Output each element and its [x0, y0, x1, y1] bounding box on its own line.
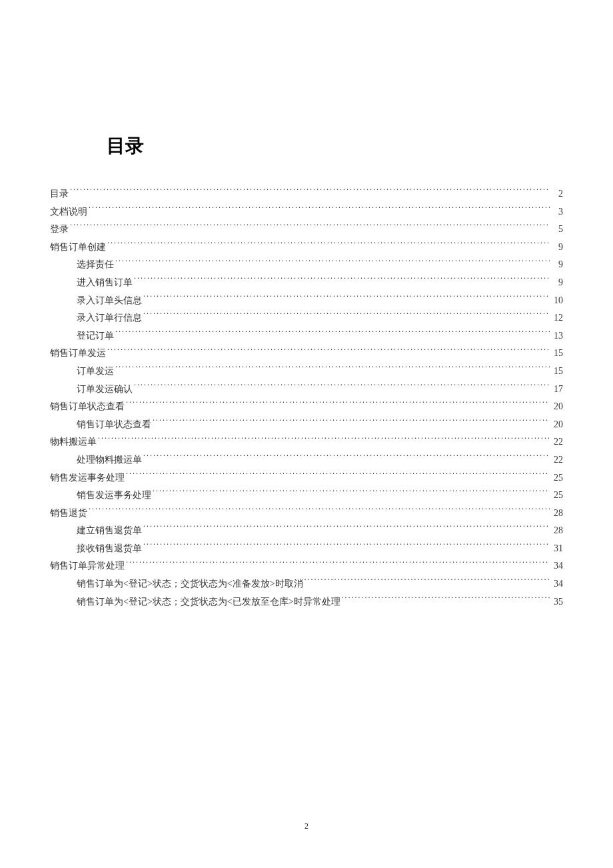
toc-entry[interactable]: 进入销售订单9	[50, 274, 563, 292]
toc-leader	[134, 276, 550, 285]
toc-leader	[342, 595, 550, 605]
toc-entry-label: 登记订单	[77, 327, 114, 345]
toc-entry-label: 录入订单行信息	[77, 309, 142, 327]
toc-leader	[107, 241, 550, 250]
toc-entry[interactable]: 录入订单头信息10	[50, 292, 563, 310]
toc-entry-label: 销售发运事务处理	[77, 487, 151, 505]
toc-entry-label: 销售订单为<登记>状态；交货状态为<已发放至仓库>时异常处理	[77, 593, 340, 611]
toc-leader	[89, 205, 550, 215]
toc-entry[interactable]: 目录2	[50, 185, 563, 203]
toc-leader	[143, 294, 550, 303]
toc-entry-label: 选择责任	[77, 256, 114, 274]
toc-entry-page: 35	[551, 593, 563, 611]
toc-entry-page: 9	[551, 256, 563, 274]
toc-leader	[70, 223, 550, 232]
toc-entry[interactable]: 销售订单创建9	[50, 239, 563, 257]
toc-entry-label: 订单发运	[77, 363, 114, 381]
toc-entry[interactable]: 登录5	[50, 221, 563, 239]
toc-title: 目录	[107, 133, 563, 159]
toc-entry-page: 17	[551, 381, 563, 399]
toc-entry[interactable]: 销售订单发运15	[50, 345, 563, 363]
toc-entry-page: 22	[551, 433, 563, 451]
toc-leader	[115, 329, 550, 339]
toc-entry-page: 28	[551, 522, 563, 540]
toc-entry-label: 销售订单创建	[50, 239, 106, 257]
toc-entry-label: 物料搬运单	[50, 433, 97, 451]
toc-entry-label: 销售发运事务处理	[50, 469, 125, 487]
toc-entry-label: 销售订单异常处理	[50, 557, 125, 575]
toc-leader	[89, 507, 550, 516]
toc-entry[interactable]: 接收销售退货单31	[50, 540, 563, 558]
toc-entry-label: 建立销售退货单	[77, 522, 142, 540]
toc-leader	[143, 453, 550, 463]
toc-entry-page: 9	[551, 274, 563, 292]
toc-leader	[126, 400, 550, 409]
toc-entry-label: 进入销售订单	[77, 274, 133, 292]
toc-entry[interactable]: 文档说明3	[50, 203, 563, 221]
toc-leader	[115, 258, 550, 267]
toc-entry-page: 28	[551, 505, 563, 523]
toc-entry-page: 12	[551, 309, 563, 327]
toc-entry[interactable]: 销售订单异常处理34	[50, 557, 563, 575]
toc-entry-page: 20	[551, 398, 563, 416]
toc-entry-label: 销售订单状态查看	[77, 416, 151, 434]
toc-entry-page: 5	[551, 221, 563, 239]
toc-leader	[305, 577, 550, 587]
toc-entry-label: 录入订单头信息	[77, 292, 142, 310]
toc-leader	[70, 187, 550, 197]
toc-entry[interactable]: 销售订单状态查看20	[50, 416, 563, 434]
toc-leader	[143, 311, 550, 321]
toc-leader	[143, 542, 550, 551]
toc-entry[interactable]: 销售退货28	[50, 505, 563, 523]
toc-leader	[134, 383, 550, 392]
toc-entry-page: 2	[551, 185, 563, 203]
toc-leader	[126, 559, 550, 569]
toc-entry-label: 销售订单状态查看	[50, 398, 125, 416]
toc-entry[interactable]: 物料搬运单22	[50, 433, 563, 451]
toc-entry[interactable]: 处理物料搬运单22	[50, 451, 563, 469]
toc-entry-label: 登录	[50, 221, 69, 239]
toc-leader	[115, 365, 550, 374]
toc-entry-page: 3	[551, 203, 563, 221]
toc-entry[interactable]: 订单发运15	[50, 363, 563, 381]
toc-entry-label: 处理物料搬运单	[77, 451, 142, 469]
toc-entry-page: 15	[551, 363, 563, 381]
toc-leader	[98, 435, 550, 445]
toc-entry[interactable]: 登记订单13	[50, 327, 563, 345]
toc-entry[interactable]: 销售订单为<登记>状态；交货状态为<已发放至仓库>时异常处理35	[50, 593, 563, 611]
toc-entry-page: 34	[551, 557, 563, 575]
toc-entry-label: 销售订单发运	[50, 345, 106, 363]
toc-entry[interactable]: 销售发运事务处理25	[50, 469, 563, 487]
toc-leader	[143, 524, 550, 533]
toc-entry-label: 销售订单为<登记>状态；交货状态为<准备发放>时取消	[77, 575, 303, 593]
toc-entry[interactable]: 选择责任9	[50, 256, 563, 274]
toc-entry[interactable]: 销售订单为<登记>状态；交货状态为<准备发放>时取消34	[50, 575, 563, 593]
toc-entry-page: 15	[551, 345, 563, 363]
toc-leader	[107, 347, 550, 356]
toc-entry-label: 目录	[50, 185, 69, 203]
toc-entry-page: 25	[551, 469, 563, 487]
toc-entry-label: 销售退货	[50, 505, 87, 523]
toc-leader	[153, 418, 550, 427]
toc-entry-label: 接收销售退货单	[77, 540, 142, 558]
toc-entry-page: 22	[551, 451, 563, 469]
toc-leader	[153, 489, 550, 498]
toc-entry-page: 25	[551, 487, 563, 505]
toc-entry-page: 20	[551, 416, 563, 434]
toc-entry-page: 9	[551, 239, 563, 257]
toc-list: 目录2文档说明3登录5销售订单创建9选择责任9进入销售订单9录入订单头信息10录…	[50, 185, 563, 611]
toc-entry[interactable]: 建立销售退货单28	[50, 522, 563, 540]
toc-entry[interactable]: 销售发运事务处理25	[50, 487, 563, 505]
page-number: 2	[0, 821, 613, 831]
toc-entry-page: 13	[551, 327, 563, 345]
toc-entry[interactable]: 录入订单行信息12	[50, 309, 563, 327]
toc-entry-label: 订单发运确认	[77, 381, 133, 399]
toc-entry-page: 10	[551, 292, 563, 310]
toc-leader	[126, 471, 550, 481]
toc-entry-page: 31	[551, 540, 563, 558]
toc-entry-label: 文档说明	[50, 203, 87, 221]
toc-entry[interactable]: 销售订单状态查看20	[50, 398, 563, 416]
toc-entry[interactable]: 订单发运确认17	[50, 381, 563, 399]
toc-entry-page: 34	[551, 575, 563, 593]
